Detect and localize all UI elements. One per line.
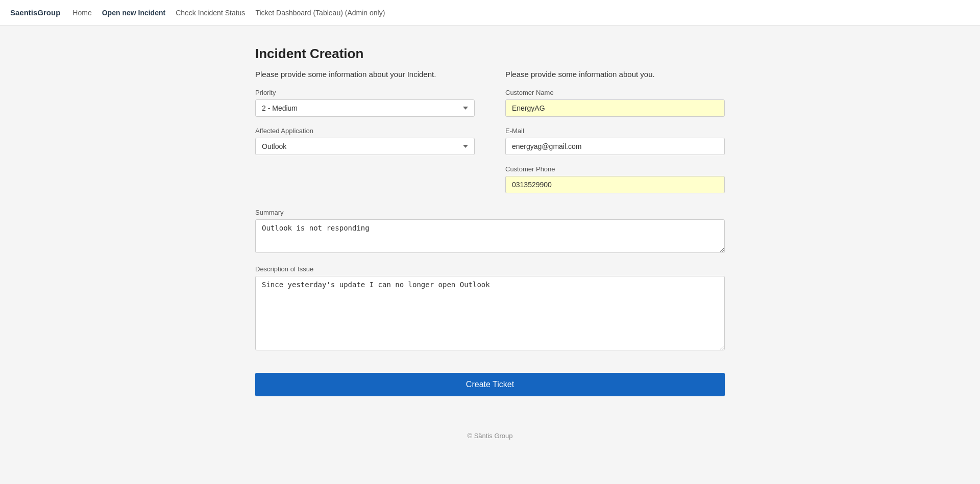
priority-select[interactable]: 1 - Low 2 - Medium 3 - High 4 - Critical	[255, 99, 475, 117]
main-content: Incident Creation Please provide some in…	[245, 46, 735, 396]
customer-phone-group: Customer Phone	[505, 165, 725, 193]
email-input[interactable]	[505, 138, 725, 155]
form-right: Please provide some information about yo…	[505, 70, 725, 203]
priority-label: Priority	[255, 89, 475, 96]
customer-phone-label: Customer Phone	[505, 165, 725, 173]
footer: © Säntis Group	[0, 422, 980, 450]
navbar-brand[interactable]: SaentisGroup	[10, 8, 60, 17]
affected-application-group: Affected Application Outlook Teams Share…	[255, 127, 475, 155]
customer-name-input[interactable]	[505, 99, 725, 117]
form-left: Please provide some information about yo…	[255, 70, 475, 203]
email-label: E-Mail	[505, 127, 725, 135]
affected-application-label: Affected Application	[255, 127, 475, 135]
nav-open-incident[interactable]: Open new Incident	[102, 9, 165, 17]
navbar-links: Home Open new Incident Check Incident St…	[72, 8, 385, 17]
summary-label: Summary	[255, 209, 725, 216]
create-ticket-button[interactable]: Create Ticket	[255, 373, 725, 396]
left-subtitle: Please provide some information about yo…	[255, 70, 475, 79]
priority-group: Priority 1 - Low 2 - Medium 3 - High 4 -…	[255, 89, 475, 117]
right-subtitle: Please provide some information about yo…	[505, 70, 725, 79]
full-width-section: Summary Outlook is not responding Descri…	[255, 209, 725, 396]
summary-textarea[interactable]: Outlook is not responding	[255, 219, 725, 253]
affected-application-select[interactable]: Outlook Teams SharePoint SAP Other	[255, 138, 475, 155]
description-textarea[interactable]: Since yesterday's update I can no longer…	[255, 276, 725, 350]
email-group: E-Mail	[505, 127, 725, 155]
form-layout: Please provide some information about yo…	[255, 70, 725, 203]
customer-name-label: Customer Name	[505, 89, 725, 96]
customer-phone-input[interactable]	[505, 176, 725, 193]
description-group: Description of Issue Since yesterday's u…	[255, 265, 725, 352]
customer-name-group: Customer Name	[505, 89, 725, 117]
nav-check-status[interactable]: Check Incident Status	[176, 9, 245, 17]
footer-text: © Säntis Group	[467, 432, 512, 440]
nav-home[interactable]: Home	[72, 9, 91, 17]
description-label: Description of Issue	[255, 265, 725, 273]
page-title: Incident Creation	[255, 46, 725, 62]
summary-group: Summary Outlook is not responding	[255, 209, 725, 255]
navbar: SaentisGroup Home Open new Incident Chec…	[0, 0, 980, 26]
nav-ticket-dashboard[interactable]: Ticket Dashboard (Tableau) (Admin only)	[255, 9, 385, 17]
